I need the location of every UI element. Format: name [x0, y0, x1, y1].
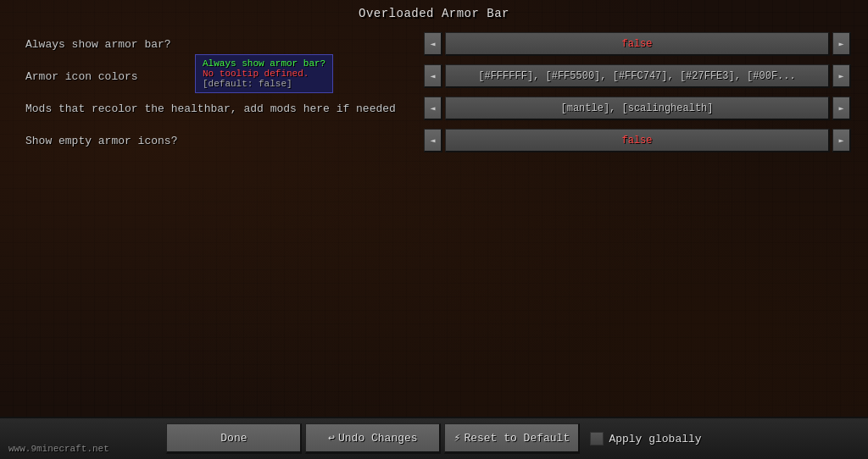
apply-globally-checkbox[interactable] [590, 432, 604, 445]
bottom-bar: www.9minecraft.net Done ↩ Undo Changes ⚡… [0, 417, 868, 459]
apply-globally-container: Apply globally [590, 432, 701, 445]
arrow-left-always-show-armor-bar[interactable]: ◄ [424, 32, 442, 56]
setting-row-mods-recolor-healthbar: Mods that recolor the healthbar, add mod… [17, 93, 851, 124]
apply-globally-label: Apply globally [609, 433, 701, 445]
tooltip-title: Always show armor bar? [203, 58, 326, 69]
arrow-left-mods-recolor-healthbar[interactable]: ◄ [424, 97, 442, 120]
undo-label: Undo Changes [338, 432, 418, 445]
content-area: Always show armor bar?◄false►Always show… [0, 25, 868, 417]
value-button-armor-icon-colors[interactable]: [#FFFFFF], [#FF5500], [#FFC747], [#27FFE… [445, 64, 830, 88]
reset-icon: ⚡ [454, 431, 461, 445]
watermark: www.9minecraft.net [8, 444, 109, 454]
title-bar: Overloaded Armor Bar [0, 0, 868, 25]
setting-label-show-empty-armor: Show empty armor icons? [17, 135, 424, 147]
done-button[interactable]: Done [166, 423, 302, 454]
setting-control-show-empty-armor: ◄false► [424, 129, 851, 152]
setting-label-mods-recolor-healthbar: Mods that recolor the healthbar, add mod… [17, 102, 424, 115]
value-button-show-empty-armor[interactable]: false [445, 129, 830, 152]
setting-control-always-show-armor-bar: ◄false► [424, 32, 851, 56]
setting-row-show-empty-armor: Show empty armor icons?◄false► [17, 125, 851, 156]
setting-label-always-show-armor-bar: Always show armor bar? [17, 38, 424, 51]
reset-button[interactable]: ⚡ Reset to Default [444, 423, 580, 454]
tooltip-line2: [default: false] [203, 79, 326, 89]
arrow-left-armor-icon-colors[interactable]: ◄ [424, 64, 442, 88]
tooltip-line1: No tooltip defined. [203, 69, 326, 79]
bottom-buttons: Done ↩ Undo Changes ⚡ Reset to Default A… [166, 423, 701, 454]
settings-container: Always show armor bar?◄false►Always show… [17, 29, 851, 156]
page-title: Overloaded Armor Bar [359, 7, 509, 20]
setting-control-mods-recolor-healthbar: ◄[mantle], [scalinghealth]► [424, 97, 851, 120]
arrow-right-armor-icon-colors[interactable]: ► [832, 64, 851, 88]
setting-row-always-show-armor-bar: Always show armor bar?◄false►Always show… [17, 29, 851, 59]
arrow-left-show-empty-armor[interactable]: ◄ [424, 129, 442, 152]
setting-row-armor-icon-colors: Armor icon colors◄[#FFFFFF], [#FF5500], … [17, 61, 851, 91]
undo-icon: ↩ [328, 431, 335, 445]
setting-control-armor-icon-colors: ◄[#FFFFFF], [#FF5500], [#FFC747], [#27FF… [424, 64, 851, 88]
undo-button[interactable]: ↩ Undo Changes [305, 423, 441, 454]
arrow-right-mods-recolor-healthbar[interactable]: ► [832, 97, 851, 120]
tooltip-popup: Always show armor bar?No tooltip defined… [195, 54, 333, 93]
value-button-mods-recolor-healthbar[interactable]: [mantle], [scalinghealth] [445, 97, 830, 120]
arrow-right-show-empty-armor[interactable]: ► [832, 129, 851, 152]
screen: Overloaded Armor Bar Always show armor b… [0, 0, 868, 459]
arrow-right-always-show-armor-bar[interactable]: ► [832, 32, 851, 56]
reset-label: Reset to Default [464, 432, 570, 445]
value-button-always-show-armor-bar[interactable]: false [445, 32, 830, 56]
